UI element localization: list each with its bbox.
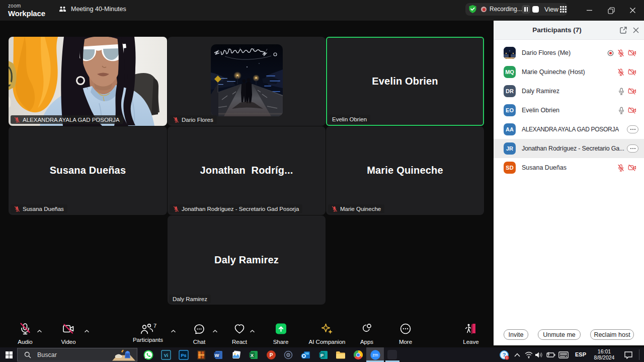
svg-text:zm: zm: [372, 352, 378, 357]
svg-text:W: W: [215, 352, 219, 357]
svg-text:Vi: Vi: [164, 353, 168, 358]
svg-text:P: P: [270, 352, 273, 357]
svg-text:X: X: [251, 352, 254, 357]
svg-text:!: !: [506, 356, 507, 359]
svg-text:7: 7: [153, 323, 156, 329]
svg-text:Ps: Ps: [181, 353, 186, 358]
svg-text:P: P: [320, 352, 324, 357]
